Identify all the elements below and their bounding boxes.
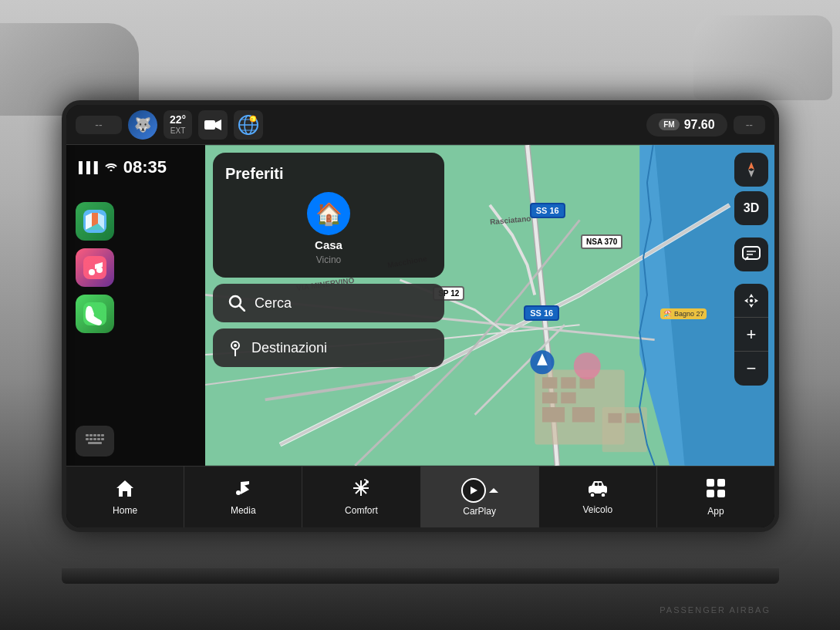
comfort-nav-icon [350,479,372,502]
search-label: Cerca [255,295,292,312]
nav-item-vehicle[interactable]: Veicolo [539,467,657,527]
globe-icon[interactable]: ! [234,110,263,140]
vehicle-nav-label: Veicolo [582,504,612,515]
zoom-in-button[interactable]: + [734,318,768,352]
top-bar: -- 🐺 22° EXT ! [66,105,774,145]
app-nav-icon [706,478,726,503]
svg-rect-22 [97,438,100,440]
svg-rect-30 [542,392,557,404]
comfort-nav-label: Comfort [345,505,378,516]
temperature-badge: 22° EXT [164,110,192,139]
media-nav-label: Media [231,505,256,516]
svg-point-61 [365,483,367,485]
sidebar: ▌▌▌ 08:35 [66,145,205,466]
svg-marker-54 [116,480,133,497]
zoom-controls: + − [734,284,768,386]
svg-rect-18 [101,434,104,436]
svg-rect-67 [595,483,598,486]
zoom-out-button[interactable]: − [734,352,768,386]
nav-item-app[interactable]: App [657,467,774,527]
svg-point-66 [601,493,606,497]
time-display: ▌▌▌ 08:35 [73,154,199,180]
bottom-navigation: Home Media [66,466,774,527]
svg-rect-46 [743,247,760,259]
svg-rect-36 [626,413,639,423]
destinations-button[interactable]: Destinazioni [213,328,444,367]
svg-marker-49 [749,294,754,298]
svg-rect-28 [561,377,575,389]
wifi-icon [105,161,117,174]
svg-point-65 [590,493,595,497]
svg-rect-27 [542,377,557,389]
map-controls: 3D [734,153,768,386]
svg-rect-68 [599,483,602,486]
signal-strength-icon: ▌▌▌ [79,161,102,174]
svg-rect-14 [86,434,89,436]
nav-item-media[interactable]: Media [184,467,302,527]
svg-line-41 [239,305,245,311]
svg-marker-45 [748,170,754,177]
phone-app-icon[interactable] [76,295,114,333]
camera-button[interactable] [198,110,228,140]
bagno27-label: 🏖️ Bagno 27 [660,308,707,319]
vehicle-nav-icon [585,480,610,501]
signal-icons: ▌▌▌ [79,161,117,174]
display-bottom-trim [62,568,779,584]
svg-rect-35 [608,413,621,423]
home-favorite-item[interactable]: 🏠 Casa Vicino [225,192,432,265]
svg-marker-44 [748,162,754,170]
frequency-display: 97.60 [684,118,715,132]
search-button[interactable]: Cerca [213,284,444,322]
music-app-icon[interactable] [76,248,114,287]
messages-button[interactable] [734,238,768,271]
home-label: Casa [315,238,342,251]
garage-car-right [693,15,832,100]
maps-app-icon[interactable] [76,202,114,241]
nav-item-comfort[interactable]: Comfort [302,467,420,527]
road-sign-ss16-top: SS 16 [530,203,565,218]
north-button[interactable] [734,153,768,187]
svg-rect-16 [93,434,96,436]
svg-point-55 [236,490,241,495]
media-nav-icon [234,479,252,502]
svg-rect-32 [542,407,565,422]
home-icon: 🏠 [307,192,350,235]
svg-rect-19 [86,438,89,440]
svg-point-53 [750,299,753,302]
home-nav-icon [115,479,135,502]
svg-rect-21 [93,438,96,440]
carplay-icon-wrap [461,478,498,503]
carplay-nav-label: CarPlay [463,506,496,517]
wolf-icon: 🐺 [128,110,157,140]
favorites-card: Preferiti 🏠 Casa Vicino [213,153,444,278]
3d-button[interactable]: 3D [734,191,768,225]
radio-badge[interactable]: FM 97.60 [646,113,727,136]
svg-rect-69 [707,479,714,487]
clock: 08:35 [123,157,167,177]
fm-label: FM [659,119,679,130]
top-bar-right-dash: -- [734,116,765,134]
home-nav-label: Home [113,505,137,516]
main-content-area: ▌▌▌ 08:35 [66,145,774,466]
svg-rect-33 [572,407,595,422]
svg-rect-15 [89,434,93,436]
keyboard-button[interactable] [76,426,114,456]
map-area: SS 16 NSA 370 SS 16 SP 12 VIA MINERVINO … [205,145,774,466]
svg-rect-24 [88,442,102,444]
svg-point-43 [234,344,237,347]
overlay-panel: Preferiti 🏠 Casa Vicino Cerca [213,153,444,367]
svg-marker-63 [489,488,498,493]
nav-item-home[interactable]: Home [66,467,184,527]
svg-rect-31 [561,392,575,404]
svg-rect-70 [717,479,725,487]
svg-marker-51 [744,298,748,303]
pan-button[interactable] [734,284,768,318]
destinations-label: Destinazioni [251,340,327,356]
airbag-label: PASSENGER AIRBAG [660,605,771,615]
nav-item-carplay[interactable]: CarPlay [421,467,539,527]
svg-rect-20 [89,438,93,440]
svg-rect-17 [97,434,100,436]
svg-marker-52 [754,298,758,303]
svg-marker-62 [471,487,477,494]
svg-point-37 [574,352,601,379]
